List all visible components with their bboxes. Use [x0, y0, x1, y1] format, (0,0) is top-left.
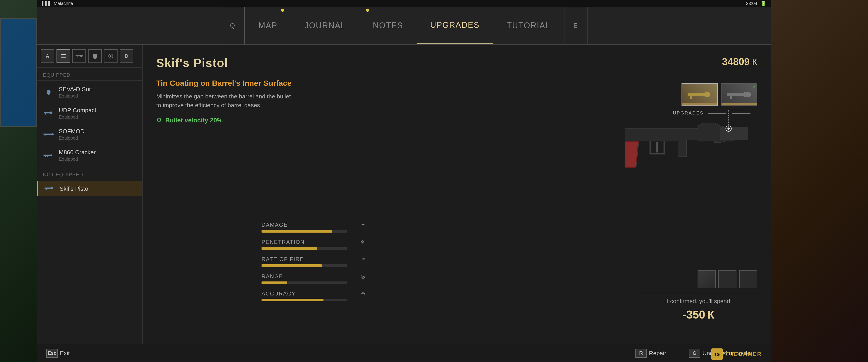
upgrade-description: Minimizes the gap between the barrel and…: [156, 92, 292, 110]
sidebar-tab-holster[interactable]: [104, 49, 118, 63]
stat-damage-label: DAMAGE: [261, 222, 288, 228]
stats-section: DAMAGE ✦ PENETRATION ❖ R: [248, 222, 366, 308]
confirm-amount: -350 К: [640, 308, 757, 321]
stat-damage: DAMAGE ✦: [261, 222, 366, 232]
nav-tutorial[interactable]: Tutorial: [493, 7, 564, 44]
weapon-title: Skif's Pistol: [156, 56, 757, 70]
list-item[interactable]: M860 Cracker Equipped: [37, 145, 142, 166]
repair-key: R: [636, 349, 647, 358]
upgrade-slot-row: [640, 270, 757, 288]
not-equipped-label: Not equipped: [37, 167, 142, 180]
repair-button[interactable]: R Repair: [636, 349, 666, 358]
udp-status: Equipped: [59, 114, 136, 120]
stat-rof-bar: [261, 264, 347, 267]
stat-range-bar: [261, 281, 347, 284]
seva-d-name: SEVA-D Suit: [59, 86, 136, 93]
time-display: 23:04: [746, 1, 757, 6]
svg-text:TG: TG: [714, 352, 720, 357]
list-item[interactable]: SEVA-D Suit Equipped: [37, 82, 142, 103]
m860-name: M860 Cracker: [59, 149, 136, 156]
battery-icon: 🔋: [761, 1, 766, 6]
stat-penetration-label: PENETRATION: [261, 239, 305, 245]
stat-rof-icon: ≡: [362, 256, 366, 262]
seva-d-status: Equipped: [59, 93, 136, 99]
stat-damage-bar: [261, 230, 347, 232]
undo-key: G: [689, 349, 700, 358]
stat-range-fill: [261, 281, 287, 284]
nav-q-button[interactable]: Q: [221, 7, 245, 44]
svg-rect-0: [61, 54, 66, 55]
signal-icon: ▌▌▌: [42, 1, 52, 6]
nav-e-button[interactable]: E: [564, 7, 588, 44]
sofmod-info: SOFMOD Equipped: [59, 128, 136, 141]
svg-point-4: [110, 55, 112, 57]
stat-damage-fill: [261, 230, 332, 232]
svg-rect-2: [61, 57, 66, 58]
confirm-section: If confirmed, you'll spend: -350 К: [640, 270, 757, 321]
location-name: Malachite: [54, 1, 73, 6]
list-item[interactable]: SOFMOD Equipped: [37, 124, 142, 145]
confirm-symbol: К: [708, 308, 715, 321]
currency-icon: К: [752, 57, 757, 67]
sidebar-tab-armor[interactable]: [88, 49, 102, 63]
sidebar-tabs: A D: [37, 45, 142, 68]
nav-map[interactable]: Map: [245, 7, 291, 44]
upgrade-slot-1: [698, 270, 716, 288]
sofmod-name: SOFMOD: [59, 128, 136, 135]
nav-bar: Q Map Journal Notes Upgrades Tutorial E: [37, 7, 771, 45]
skifs-pistol-name: Skif's Pistol: [60, 185, 136, 192]
skifs-pistol-info: Skif's Pistol: [60, 185, 136, 192]
watermark: TG THEGAMER: [711, 349, 762, 360]
left-sidebar: A D Equipped SEVA-D Suit Equipped: [37, 45, 143, 348]
nav-journal[interactable]: Journal: [291, 7, 359, 44]
stat-rof: RATE OF FIRE ≡: [261, 256, 366, 267]
confirm-text: If confirmed, you'll spend:: [640, 298, 757, 305]
esc-key: Esc: [46, 349, 58, 358]
content-area: Skif's Pistol 34809 К Tin Coating on Bar…: [143, 45, 771, 344]
bottom-bar: Esc Exit R Repair G Undo last upgrade TG…: [37, 344, 771, 362]
list-item[interactable]: UDP Compact Equipped: [37, 103, 142, 124]
sofmod-status: Equipped: [59, 136, 136, 141]
stat-accuracy-label: ACCURACY: [261, 290, 296, 297]
skifs-pistol-icon: [44, 186, 55, 192]
check-icon: ✓: [752, 85, 756, 90]
stat-penetration-bar: [261, 247, 347, 250]
stat-rof-label: RATE OF FIRE: [261, 256, 304, 262]
effect-text: Bullet velocity 20%: [165, 117, 223, 124]
sidebar-key-d[interactable]: D: [120, 49, 133, 63]
sofmod-icon: [43, 131, 54, 138]
stat-penetration-fill: [261, 247, 317, 250]
nav-upgrades[interactable]: Upgrades: [416, 7, 493, 44]
top-bar: ▌▌▌ Malachite 23:04 🔋: [37, 0, 771, 7]
top-bar-right: 23:04 🔋: [746, 1, 766, 6]
weapon-image-area: ✓ UPGRADES: [599, 83, 757, 174]
stat-damage-icon: ✦: [361, 222, 366, 228]
upgrade-slot-2: [718, 270, 737, 288]
stat-range-label: RANGE: [261, 273, 283, 280]
stat-accuracy: ACCURACY ⊕: [261, 290, 366, 301]
exit-button[interactable]: Esc Exit: [46, 349, 70, 358]
svg-rect-1: [61, 56, 66, 56]
stat-range: RANGE ◎: [261, 273, 366, 284]
pistol-image: [599, 104, 757, 176]
nav-notes[interactable]: Notes: [359, 7, 416, 44]
stat-rof-fill: [261, 264, 322, 267]
confirm-value: -350: [683, 308, 705, 321]
svg-point-7: [727, 128, 730, 130]
upgrade-slot-3: [739, 270, 757, 288]
seva-d-info: SEVA-D Suit Equipped: [59, 86, 136, 99]
repair-label: Repair: [649, 350, 666, 357]
watermark-label: THEGAMER: [725, 351, 762, 357]
stat-penetration-icon: ❖: [361, 239, 366, 245]
stat-accuracy-bar: [261, 299, 347, 301]
sidebar-tab-gun[interactable]: [72, 49, 86, 63]
stat-penetration: PENETRATION ❖: [261, 239, 366, 250]
sidebar-tab-list[interactable]: [57, 49, 70, 63]
list-item[interactable]: Skif's Pistol: [37, 181, 142, 196]
stat-accuracy-fill: [261, 299, 323, 301]
sidebar-key-a[interactable]: A: [41, 49, 54, 63]
udp-icon: [43, 110, 54, 117]
monitor-decoration: [0, 18, 37, 127]
effect-icon: ⚙: [156, 116, 162, 124]
stat-accuracy-icon: ⊕: [361, 291, 366, 297]
